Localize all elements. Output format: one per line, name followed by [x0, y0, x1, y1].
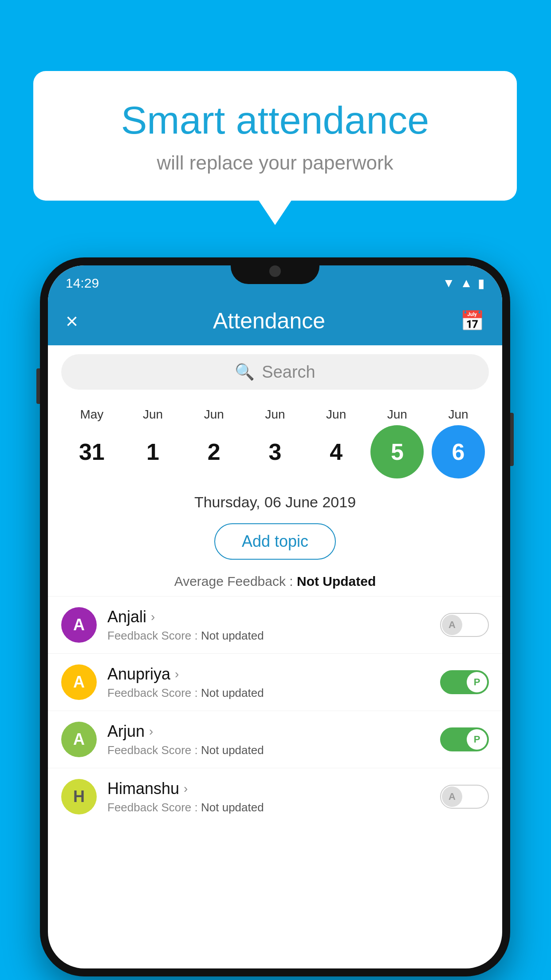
student-feedback-himanshu: Feedback Score : Not updated: [107, 801, 440, 814]
chevron-icon: ›: [184, 782, 188, 796]
toggle-anjali[interactable]: A: [440, 613, 489, 637]
status-icons: ▼ ▲ ▮: [443, 276, 484, 291]
avatar-arjun: A: [61, 722, 97, 757]
date-2[interactable]: 2: [187, 425, 240, 478]
phone-notch: [231, 257, 319, 284]
add-topic-button[interactable]: Add topic: [214, 523, 336, 560]
student-info-anupriya: Anupriya › Feedback Score : Not updated: [107, 665, 440, 700]
calendar-row: May Jun Jun Jun Jun Jun Jun 31 1 2 3 4 5…: [48, 399, 502, 483]
chevron-icon: ›: [149, 724, 153, 739]
date-31[interactable]: 31: [65, 425, 118, 478]
search-placeholder: Search: [262, 363, 315, 382]
toggle-off-himanshu[interactable]: A: [440, 785, 489, 809]
toggle-on-anupriya[interactable]: P: [440, 670, 489, 694]
bubble-title: Smart attendance: [69, 98, 481, 143]
add-topic-container: Add topic: [48, 516, 502, 567]
selected-date-display: Thursday, 06 June 2019: [48, 483, 502, 516]
phone-volume-button: [36, 368, 40, 404]
student-info-himanshu: Himanshu › Feedback Score : Not updated: [107, 779, 440, 814]
close-button[interactable]: ×: [66, 309, 78, 333]
status-time: 14:29: [66, 276, 99, 291]
speech-bubble: Smart attendance will replace your paper…: [33, 71, 517, 201]
avatar-himanshu: H: [61, 779, 97, 814]
date-labels: 31 1 2 3 4 5 6: [61, 425, 489, 478]
student-info-anjali: Anjali › Feedback Score : Not updated: [107, 608, 440, 643]
student-item-anupriya[interactable]: A Anupriya › Feedback Score : Not update…: [48, 653, 502, 711]
student-name-himanshu: Himanshu ›: [107, 779, 440, 798]
signal-icon: ▲: [460, 276, 472, 290]
search-container: 🔍 Search: [48, 345, 502, 399]
student-name-anupriya: Anupriya ›: [107, 665, 440, 684]
month-may: May: [65, 407, 118, 422]
phone-frame: 14:29 ▼ ▲ ▮ × Attendance 📅 🔍 Search May …: [40, 257, 510, 976]
student-feedback-anjali: Feedback Score : Not updated: [107, 629, 440, 643]
average-feedback: Average Feedback : Not Updated: [48, 567, 502, 596]
header-title: Attendance: [213, 308, 325, 334]
phone-power-button: [510, 413, 514, 466]
search-icon: 🔍: [235, 363, 255, 381]
toggle-knob-anjali: A: [442, 615, 462, 635]
chevron-icon: ›: [175, 667, 179, 681]
calendar-icon[interactable]: 📅: [460, 309, 484, 332]
student-list: A Anjali › Feedback Score : Not updated …: [48, 596, 502, 825]
avg-feedback-value: Not Updated: [297, 574, 376, 589]
toggle-anupriya[interactable]: P: [440, 670, 489, 694]
date-6-today[interactable]: 6: [432, 425, 485, 478]
toggle-off-anjali[interactable]: A: [440, 613, 489, 637]
month-jun-5: Jun: [370, 407, 424, 422]
wifi-icon: ▼: [443, 276, 455, 290]
selected-date-text: Thursday, 06 June 2019: [194, 494, 356, 510]
avg-feedback-label: Average Feedback :: [174, 574, 297, 589]
student-name-anjali: Anjali ›: [107, 608, 440, 626]
toggle-on-arjun[interactable]: P: [440, 727, 489, 751]
toggle-knob-anupriya: P: [467, 672, 487, 692]
toggle-knob-arjun: P: [467, 729, 487, 750]
battery-icon: ▮: [478, 276, 484, 291]
month-jun-4: Jun: [310, 407, 363, 422]
date-5-selected[interactable]: 5: [370, 425, 424, 478]
bubble-subtitle: will replace your paperwork: [69, 152, 481, 174]
student-feedback-arjun: Feedback Score : Not updated: [107, 743, 440, 757]
month-jun-3: Jun: [248, 407, 302, 422]
student-info-arjun: Arjun › Feedback Score : Not updated: [107, 722, 440, 757]
date-3[interactable]: 3: [248, 425, 302, 478]
student-item-himanshu[interactable]: H Himanshu › Feedback Score : Not update…: [48, 768, 502, 825]
toggle-knob-himanshu: A: [442, 786, 462, 807]
month-jun-2: Jun: [187, 407, 240, 422]
student-item-arjun[interactable]: A Arjun › Feedback Score : Not updated P: [48, 711, 502, 768]
month-jun-1: Jun: [126, 407, 180, 422]
chevron-icon: ›: [151, 610, 155, 624]
phone-camera: [269, 265, 281, 277]
toggle-arjun[interactable]: P: [440, 727, 489, 751]
date-4[interactable]: 4: [310, 425, 363, 478]
avatar-anjali: A: [61, 607, 97, 643]
student-item-anjali[interactable]: A Anjali › Feedback Score : Not updated …: [48, 596, 502, 653]
student-feedback-anupriya: Feedback Score : Not updated: [107, 686, 440, 700]
avatar-anupriya: A: [61, 664, 97, 700]
toggle-himanshu[interactable]: A: [440, 785, 489, 809]
student-name-arjun: Arjun ›: [107, 722, 440, 741]
month-jun-6: Jun: [432, 407, 485, 422]
phone-screen: 14:29 ▼ ▲ ▮ × Attendance 📅 🔍 Search May …: [48, 265, 502, 968]
speech-bubble-container: Smart attendance will replace your paper…: [33, 71, 517, 201]
app-header: × Attendance 📅: [48, 296, 502, 345]
date-1[interactable]: 1: [126, 425, 180, 478]
search-bar[interactable]: 🔍 Search: [61, 354, 489, 390]
month-labels: May Jun Jun Jun Jun Jun Jun: [61, 407, 489, 422]
